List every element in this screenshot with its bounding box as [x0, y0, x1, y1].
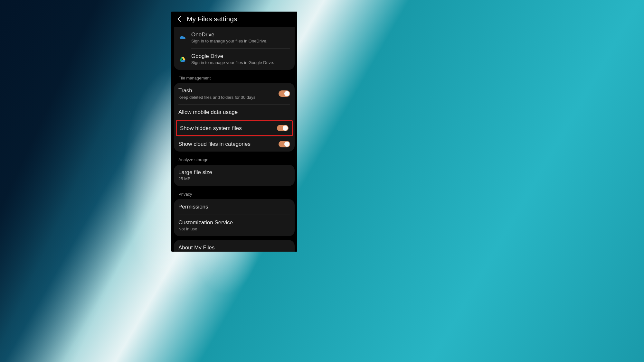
show-cloud-files-toggle[interactable]: [279, 141, 290, 147]
permissions-title: Permissions: [178, 203, 290, 210]
large-file-size-title: Large file size: [178, 169, 290, 176]
show-hidden-files-toggle[interactable]: [277, 125, 289, 131]
trash-title: Trash: [178, 87, 274, 94]
trash-row[interactable]: Trash Keep deleted files and folders for…: [174, 83, 295, 104]
file-management-card: Trash Keep deleted files and folders for…: [174, 83, 295, 152]
trash-subtitle: Keep deleted files and folders for 30 da…: [178, 95, 274, 100]
show-hidden-files-title: Show hidden system files: [180, 125, 272, 132]
show-hidden-highlight: Show hidden system files: [176, 120, 293, 136]
customization-service-title: Customization Service: [178, 219, 290, 226]
section-analyze-storage: Analyze storage: [171, 155, 297, 165]
section-privacy: Privacy: [171, 190, 297, 199]
show-cloud-files-title: Show cloud files in categories: [178, 141, 274, 147]
allow-mobile-data-row[interactable]: Allow mobile data usage: [174, 105, 295, 120]
back-button[interactable]: [176, 15, 182, 23]
cloud-accounts-card: OneDrive Sign in to manage your files in…: [174, 27, 295, 70]
google-drive-icon: [179, 56, 186, 63]
privacy-card: Permissions Customization Service Not in…: [174, 199, 295, 236]
page-title: My Files settings: [187, 15, 237, 23]
about-my-files-row[interactable]: About My Files: [174, 240, 295, 252]
section-file-management: File management: [171, 74, 297, 83]
chevron-left-icon: [177, 15, 181, 23]
large-file-size-row[interactable]: Large file size 25 MB: [174, 165, 295, 186]
about-my-files-title: About My Files: [178, 244, 290, 251]
phone-screen: My Files settings OneDrive Sign in to ma…: [171, 12, 297, 252]
allow-mobile-data-title: Allow mobile data usage: [178, 109, 290, 116]
app-header: My Files settings: [171, 12, 297, 27]
about-card: About My Files: [174, 240, 295, 252]
analyze-storage-card: Large file size 25 MB: [174, 165, 295, 186]
trash-toggle[interactable]: [279, 90, 290, 97]
show-hidden-files-row[interactable]: Show hidden system files: [177, 121, 292, 135]
show-cloud-files-row[interactable]: Show cloud files in categories: [174, 136, 295, 152]
customization-service-subtitle: Not in use: [178, 227, 290, 232]
google-drive-title: Google Drive: [191, 53, 290, 60]
onedrive-row[interactable]: OneDrive Sign in to manage your files in…: [174, 27, 295, 48]
google-drive-subtitle: Sign in to manage your files in Google D…: [191, 60, 290, 66]
google-drive-row[interactable]: Google Drive Sign in to manage your file…: [174, 49, 295, 70]
onedrive-icon: [179, 34, 186, 41]
permissions-row[interactable]: Permissions: [174, 199, 295, 214]
onedrive-title: OneDrive: [191, 31, 290, 38]
large-file-size-subtitle: 25 MB: [178, 176, 290, 182]
onedrive-subtitle: Sign in to manage your files in OneDrive…: [191, 39, 290, 44]
customization-service-row[interactable]: Customization Service Not in use: [174, 215, 295, 236]
